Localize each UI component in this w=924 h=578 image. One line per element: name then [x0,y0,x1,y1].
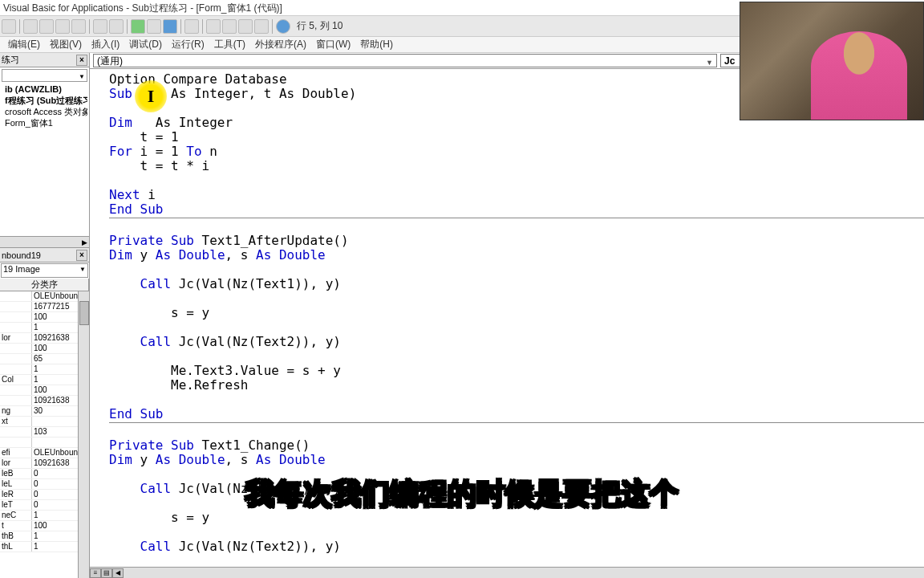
property-row[interactable]: 103 [0,427,89,438]
properties-scrollbar[interactable] [78,291,89,578]
cursor-position-status: 行 5, 列 10 [297,19,342,33]
property-row[interactable]: OLEUnbound19 [0,291,89,302]
design-button[interactable] [184,19,199,34]
property-row[interactable]: neC1 [0,511,89,521]
toolbar-separator [19,19,20,34]
property-row[interactable]: leB0 [0,469,89,479]
code-panel: (通用) Jc Option Compare Database Sub As I… [90,53,924,578]
properties-panel: nbound19 × 19 Image 分类序 OLEUnbound191677… [0,247,89,578]
property-row[interactable] [0,438,89,448]
property-row[interactable]: Col1 [0,375,89,385]
properties-panel-header: nbound19 × [0,248,89,263]
property-row[interactable]: thL1 [0,542,89,552]
tree-scroll-h[interactable]: ▶ [0,236,89,247]
project-panel-title: 练习 [2,54,19,66]
project-panel-header: 练习 × [0,53,89,67]
property-row[interactable]: thB1 [0,531,89,542]
tree-item[interactable]: crosoft Access 类对象 [2,106,87,117]
menu-edit[interactable]: 编辑(E) [3,38,45,51]
toolbar-separator [127,19,128,34]
paste-button[interactable] [55,19,70,34]
menu-addins[interactable]: 外接程序(A) [250,38,311,51]
run-button[interactable] [131,19,145,34]
menu-window[interactable]: 窗口(W) [311,38,355,51]
procedure-divider [109,218,924,218]
property-row[interactable]: leR0 [0,490,89,500]
property-row[interactable]: 65 [0,354,89,364]
code-editor[interactable]: Option Compare Database Sub As Integer, … [90,69,924,567]
project-tree[interactable]: ib (ACWZLIB) f程练习 (Sub过程练习) crosoft Acce… [0,67,89,236]
procedure-divider [109,422,924,423]
property-row[interactable]: ng30 [0,406,89,417]
property-row[interactable]: 100 [0,312,89,323]
object-combo[interactable]: (通用) [93,54,717,67]
view-proc-icon[interactable]: ▤ [101,568,112,578]
menu-help[interactable]: 帮助(H) [355,38,398,51]
scroll-left-icon[interactable]: ◀ [112,568,124,578]
tree-item[interactable]: Form_窗体1 [2,117,87,128]
cut-button[interactable] [23,19,38,34]
main-area: 练习 × ib (ACWZLIB) f程练习 (Sub过程练习) crosoft… [0,53,924,578]
menu-tools[interactable]: 工具(T) [209,38,250,51]
reset-button[interactable] [163,19,177,34]
toolbar-separator [89,19,90,34]
view-full-icon[interactable]: ≡ [90,568,101,578]
menu-insert[interactable]: 插入(I) [87,38,124,51]
left-panel: 练习 × ib (ACWZLIB) f程练习 (Sub过程练习) crosoft… [0,53,90,578]
menu-run[interactable]: 运行(R) [167,38,209,51]
scrollbar-thumb[interactable] [79,301,89,325]
toolbar-button[interactable] [2,19,16,34]
property-row[interactable]: 1 [0,323,89,333]
properties-button[interactable] [222,19,237,34]
close-icon[interactable]: × [76,55,87,66]
toolbar-separator [202,19,203,34]
project-button[interactable] [206,19,221,34]
properties-tabs: 分类序 [0,279,89,291]
copy-button[interactable] [39,19,54,34]
property-row[interactable]: efiOLEUnbound19 [0,448,89,458]
title-text: Visual Basic for Applications - Sub过程练习 … [3,2,282,14]
break-button[interactable] [147,19,161,34]
properties-title: nbound19 [2,250,41,260]
properties-tab-categorized[interactable]: 分类序 [0,279,89,291]
project-dropdown[interactable] [2,69,87,82]
toolbar-separator [180,19,181,34]
webcam-person [811,31,907,120]
close-icon[interactable]: × [76,250,87,261]
toolbox-button[interactable] [254,19,269,34]
property-row[interactable]: 16777215 [0,302,89,312]
browser-button[interactable] [238,19,253,34]
property-row[interactable]: 1 [0,364,89,375]
properties-grid[interactable]: OLEUnbound19167772151001lor1092163810065… [0,291,89,578]
code-hscroll[interactable]: ≡ ▤ ◀ [90,567,924,578]
menu-debug[interactable]: 调试(D) [124,38,167,51]
menu-view[interactable]: 视图(V) [45,38,87,51]
tree-item[interactable]: f程练习 (Sub过程练习) [2,95,87,106]
tree-item[interactable]: ib (ACWZLIB) [2,83,87,95]
webcam-overlay [740,2,924,120]
help-button[interactable] [276,19,290,34]
properties-object-combo[interactable]: 19 Image [1,263,88,278]
toolbar-separator [272,19,273,34]
property-row[interactable]: leL0 [0,479,89,490]
property-row[interactable]: leT0 [0,500,89,511]
property-row[interactable]: lor10921638 [0,333,89,344]
property-row[interactable]: xt [0,417,89,427]
property-row[interactable]: 10921638 [0,396,89,406]
property-row[interactable]: t100 [0,521,89,531]
undo-button[interactable] [93,19,107,34]
redo-button[interactable] [109,19,124,34]
property-row[interactable]: 100 [0,344,89,354]
property-row[interactable]: lor10921638 [0,458,89,469]
find-button[interactable] [71,19,86,34]
property-row[interactable]: 100 [0,385,89,396]
